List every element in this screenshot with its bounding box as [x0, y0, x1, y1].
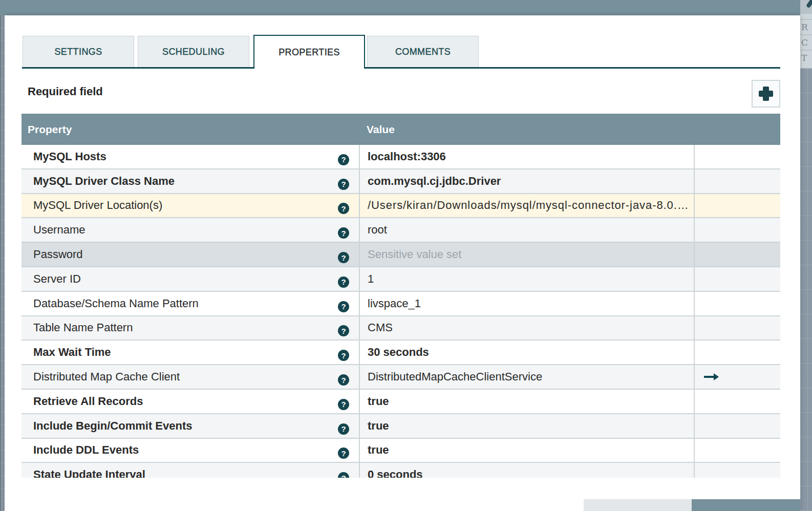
- property-name: Max Wait Time: [33, 346, 111, 359]
- property-name: Include Begin/Commit Events: [33, 419, 193, 433]
- property-name: Include DDL Events: [33, 443, 139, 457]
- help-icon[interactable]: ?: [338, 203, 349, 214]
- property-row[interactable]: Retrieve All Records ? true: [22, 390, 780, 414]
- property-row[interactable]: Include DDL Events ? true: [22, 439, 780, 463]
- property-row[interactable]: MySQL Hosts ? localhost:3306: [22, 145, 780, 169]
- property-column-header: Property: [22, 123, 361, 136]
- help-icon[interactable]: ?: [338, 423, 349, 435]
- property-value: true: [368, 395, 389, 408]
- help-icon[interactable]: ?: [338, 399, 349, 410]
- background-canvas-grid: [800, 68, 812, 511]
- property-value: true: [368, 443, 389, 457]
- background-row-label: T: [800, 50, 812, 65]
- help-icon[interactable]: ?: [338, 374, 349, 386]
- property-row[interactable]: Password ? Sensitive value set: [22, 243, 780, 267]
- property-name: MySQL Driver Location(s): [33, 199, 162, 212]
- property-row[interactable]: Include Begin/Commit Events ? true: [22, 414, 780, 439]
- property-name: MySQL Hosts: [33, 150, 106, 163]
- property-value: root: [368, 223, 387, 237]
- help-icon[interactable]: ?: [338, 154, 349, 165]
- tab-properties[interactable]: PROPERTIES: [253, 35, 365, 69]
- property-name: Table Name Pattern: [33, 321, 133, 334]
- background-left-strip: [0, 15, 5, 511]
- property-name: Retrieve All Records: [33, 395, 143, 408]
- property-value: livspace_1: [368, 297, 421, 310]
- add-property-button[interactable]: [752, 80, 780, 108]
- tab-label: SETTINGS: [54, 47, 102, 57]
- property-value: com.mysql.cj.jdbc.Driver: [368, 175, 501, 188]
- goto-service-arrow-icon[interactable]: [704, 372, 719, 381]
- tab-settings[interactable]: SETTINGS: [23, 36, 134, 67]
- help-icon[interactable]: ?: [338, 448, 349, 459]
- property-value: DistributedMapCacheClientService: [368, 370, 542, 384]
- property-value: 0 seconds: [368, 468, 423, 478]
- value-column-header: Value: [361, 123, 395, 136]
- property-row[interactable]: State Update Interval ? 0 seconds: [22, 463, 780, 478]
- property-name: State Update Interval: [33, 468, 145, 478]
- property-value: /Users/kiran/Downloads/mysql/mysql-conne…: [368, 199, 689, 212]
- background-row-label: R: [800, 19, 812, 34]
- help-icon[interactable]: ?: [338, 472, 349, 478]
- background-top-bar: [0, 0, 800, 15]
- help-icon[interactable]: ?: [338, 227, 349, 239]
- property-value: CMS: [368, 321, 393, 334]
- plus-icon: [759, 87, 773, 101]
- background-row-label: C: [800, 34, 812, 50]
- property-row[interactable]: Username ? root: [22, 218, 780, 243]
- property-value: 1: [368, 272, 374, 286]
- tab-label: SCHEDULING: [162, 47, 225, 57]
- logo-arc-icon: [806, 0, 812, 8]
- property-name: Distributed Map Cache Client: [33, 370, 180, 384]
- cancel-button-cutoff[interactable]: [584, 499, 692, 511]
- property-row[interactable]: Distributed Map Cache Client ? Distribut…: [22, 365, 780, 390]
- help-icon[interactable]: ?: [338, 301, 349, 312]
- property-name: Username: [33, 223, 85, 237]
- property-name: Password: [33, 248, 83, 261]
- property-row[interactable]: Database/Schema Name Pattern ? livspace_…: [22, 292, 780, 316]
- tab-label: PROPERTIES: [279, 47, 340, 58]
- apply-button-cutoff[interactable]: [692, 499, 800, 511]
- tab-label: COMMENTS: [395, 47, 451, 57]
- property-row[interactable]: Table Name Pattern ? CMS: [22, 316, 780, 341]
- property-value: localhost:3306: [368, 150, 446, 163]
- background-logo-fragment: [800, 0, 812, 14]
- tab-comments[interactable]: COMMENTS: [367, 36, 479, 67]
- property-row[interactable]: Server ID ? 1: [22, 267, 780, 292]
- property-value: true: [368, 419, 389, 433]
- tab-underline: [22, 67, 780, 69]
- property-name: Database/Schema Name Pattern: [33, 297, 199, 310]
- table-header-row: Property Value: [22, 114, 780, 145]
- property-row[interactable]: MySQL Driver Class Name ? com.mysql.cj.j…: [22, 169, 780, 194]
- help-icon[interactable]: ?: [338, 252, 349, 263]
- property-name: Server ID: [33, 272, 81, 286]
- help-icon[interactable]: ?: [338, 276, 349, 288]
- help-icon[interactable]: ?: [338, 350, 349, 361]
- required-field-label: Required field: [28, 85, 103, 98]
- property-value: 30 seconds: [368, 346, 429, 359]
- properties-table: Property Value MySQL Hosts ? localhost:3…: [22, 114, 780, 478]
- property-row[interactable]: MySQL Driver Location(s) ? /Users/kiran/…: [22, 194, 780, 219]
- tab-scheduling[interactable]: SCHEDULING: [138, 36, 249, 67]
- background-table-fragment: RCT: [800, 14, 812, 68]
- property-row[interactable]: Max Wait Time ? 30 seconds: [22, 340, 780, 365]
- property-name: MySQL Driver Class Name: [33, 175, 175, 188]
- help-icon[interactable]: ?: [338, 179, 349, 190]
- background-right-strip: RCT: [800, 0, 812, 511]
- help-icon[interactable]: ?: [338, 325, 349, 336]
- property-value: Sensitive value set: [368, 248, 461, 261]
